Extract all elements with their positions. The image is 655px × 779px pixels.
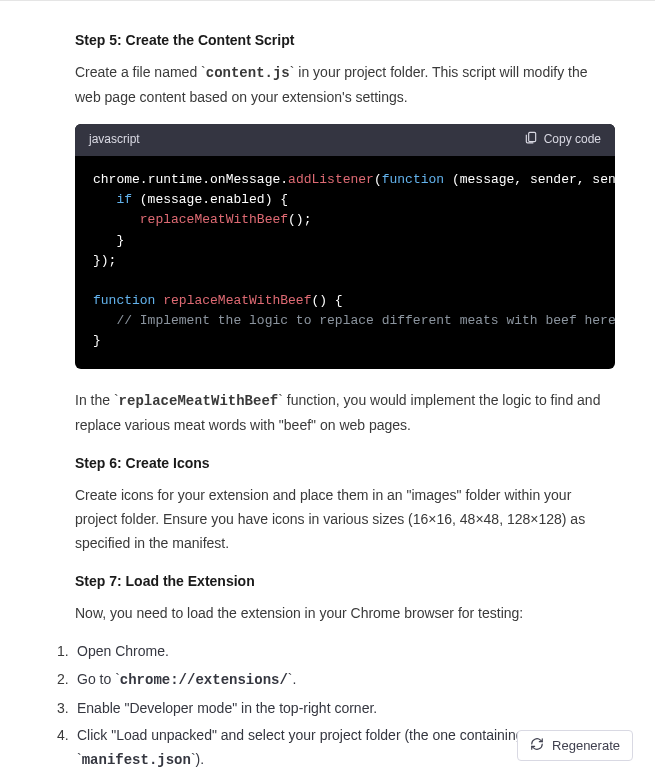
step6-heading: Step 6: Create Icons [75, 452, 615, 474]
regenerate-label: Regenerate [552, 738, 620, 753]
regenerate-button[interactable]: Regenerate [517, 730, 633, 761]
svg-rect-0 [528, 132, 535, 141]
copy-code-label: Copy code [544, 130, 601, 149]
text: ). [196, 751, 205, 767]
inline-code: chrome://extensions/ [120, 672, 288, 688]
inline-code: manifest.json [82, 752, 191, 768]
code-block: javascript Copy code chrome.runtime.onMe… [75, 124, 615, 369]
inline-code: replaceMeatWithBeef [119, 393, 279, 409]
step7-heading: Step 7: Load the Extension [75, 570, 615, 592]
step7-para: Now, you need to load the extension in y… [75, 602, 615, 626]
step6-para: Create icons for your extension and plac… [75, 484, 615, 555]
text: . [293, 671, 297, 687]
text: Click "Load unpacked" and select your pr… [77, 727, 524, 743]
code-lang-label: javascript [89, 130, 140, 149]
step5-para: Create a file named `content.js` in your… [75, 61, 615, 110]
refresh-icon [530, 737, 544, 754]
text: Go to [77, 671, 115, 687]
step5-heading: Step 5: Create the Content Script [75, 29, 615, 51]
after-code-para: In the `replaceMeatWithBeef` function, y… [75, 389, 615, 438]
list-item: Go to `chrome://extensions/`. [57, 668, 615, 693]
inline-code: content.js [206, 65, 290, 81]
code-header: javascript Copy code [75, 124, 615, 156]
text: In the [75, 392, 114, 408]
clipboard-icon [524, 130, 538, 150]
text: Create a file named [75, 64, 201, 80]
list-item: Enable "Developer mode" in the top-right… [57, 697, 615, 721]
article-content: Step 5: Create the Content Script Create… [0, 1, 655, 779]
copy-code-button[interactable]: Copy code [524, 130, 601, 150]
code-body[interactable]: chrome.runtime.onMessage.addListener(fun… [75, 156, 615, 369]
list-item: Open Chrome. [57, 640, 615, 664]
